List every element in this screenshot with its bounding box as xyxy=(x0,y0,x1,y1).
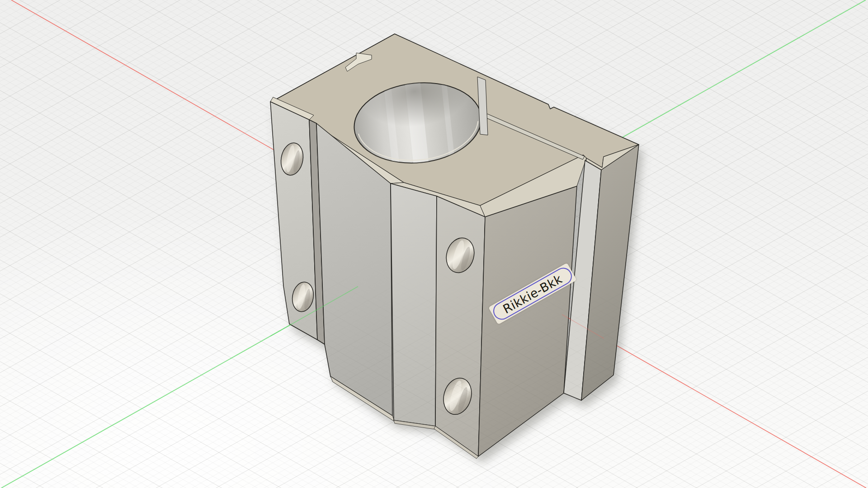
cad-viewport[interactable]: Rikkie-Bkk xyxy=(0,0,868,488)
front-right-face[interactable] xyxy=(478,186,577,456)
scene-canvas xyxy=(0,0,868,488)
